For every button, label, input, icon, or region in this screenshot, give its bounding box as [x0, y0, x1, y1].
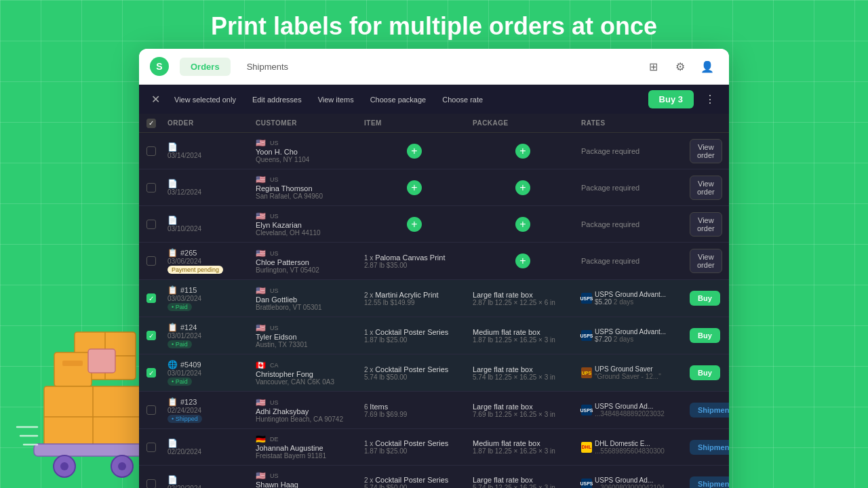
row-checkbox[interactable]	[146, 220, 156, 229]
table-row: 📄 02/20/2024 🇩🇪 DE Johannah Augustine Fr…	[139, 429, 729, 466]
buy-button[interactable]: Buy 3	[648, 90, 694, 108]
row-more-icon[interactable]: ⋮	[723, 367, 729, 379]
package-dims: 5.74 lb 12.25 × 16.25 × 3 in	[473, 373, 573, 381]
buy-action-button[interactable]: Buy	[690, 328, 720, 343]
buy-action-button[interactable]: Buy	[690, 365, 720, 380]
add-item-icon[interactable]: +	[407, 217, 422, 232]
customer-location: Huntington Beach, CA 90742	[256, 415, 356, 423]
row-checkbox[interactable]	[146, 405, 156, 415]
col-customer: CUSTOMER	[252, 118, 360, 128]
row-more-icon[interactable]: ⋮	[725, 218, 729, 230]
view-order-button[interactable]: View order	[690, 139, 722, 163]
shipment-action-button[interactable]: Shipment	[690, 440, 729, 455]
tab-orders[interactable]: Orders	[180, 58, 231, 76]
rate-carrier: USPS USPS Ground Advant... $7.20 2 days	[581, 328, 682, 343]
view-order-button[interactable]: View order	[690, 249, 722, 273]
add-package-icon[interactable]: +	[515, 180, 530, 195]
table-row: 📋 #123 02/24/2024 • Shipped 🇺🇸 US Adhi Z…	[139, 392, 729, 429]
payment-pending-badge: Payment pending	[167, 266, 223, 274]
package-name: Large flat rate box	[473, 365, 573, 373]
package-dims: 7.69 lb 12.25 × 16.25 × 3 in	[473, 411, 573, 418]
rate-carrier: DHL DHL Domestic E... ...556898956048303…	[581, 440, 682, 455]
order-icon: 🌐	[167, 360, 178, 369]
package-name: Large flat rate box	[473, 291, 573, 299]
add-package-icon[interactable]: +	[515, 217, 530, 232]
row-more-icon[interactable]: ⋮	[725, 182, 729, 193]
paid-badge: • Paid	[167, 340, 192, 348]
row-checkbox[interactable]	[146, 146, 156, 156]
row-checkbox[interactable]	[146, 256, 156, 266]
customer-name: Elyn Kazarian	[256, 221, 356, 229]
customer-name: Adhi Zhaksybay	[256, 407, 356, 415]
shipment-action-button[interactable]: Shipment	[690, 403, 729, 418]
customer-location: Freistaat Bayern 91181	[256, 452, 356, 460]
view-selected-label: View selected only	[169, 93, 241, 106]
svg-rect-5	[88, 349, 115, 373]
country-code: US	[270, 325, 279, 331]
table-row: 📄 03/10/2024 🇺🇸 US Elyn Kazarian Clevela…	[139, 206, 729, 243]
top-nav: S Orders Shipments ⊞ ⚙ 👤	[139, 49, 729, 85]
customer-name: Shawn Haag	[256, 481, 356, 488]
col-actions	[686, 118, 729, 128]
table-row: ✓ 📋 #124 03/01/2024 • Paid 🇺🇸 US Tyler E…	[139, 317, 729, 354]
row-more-icon[interactable]: ⋮	[723, 293, 729, 304]
row-checkbox[interactable]: ✓	[146, 293, 156, 303]
row-checkbox[interactable]: ✓	[146, 368, 156, 378]
table-row: 📄 03/12/2024 🇺🇸 US Regina Thomson San Ra…	[139, 169, 729, 206]
settings-icon[interactable]: ⚙	[669, 56, 691, 77]
row-checkbox[interactable]: ✓	[146, 331, 156, 340]
flag-icon: 🇺🇸	[256, 398, 266, 407]
rate-name: USPS Ground Advant...	[595, 291, 666, 298]
add-package-icon[interactable]: +	[515, 144, 530, 159]
package-dims: 5.74 lb 12.25 × 16.25 × 3 in	[473, 484, 573, 488]
order-icon: 📋	[167, 248, 178, 258]
add-package-icon[interactable]: +	[515, 253, 530, 268]
dhl-logo: DHL	[581, 442, 592, 453]
rate-tracking: ...34848488892023032	[595, 410, 665, 418]
order-number: #5409	[180, 361, 201, 369]
shipped-badge: • Shipped	[167, 415, 202, 423]
shipment-action-button[interactable]: Shipment	[690, 476, 729, 489]
select-all-checkbox[interactable]: ✓	[146, 119, 156, 128]
view-items-label: View items	[313, 93, 359, 106]
paid-badge: • Paid	[167, 378, 192, 386]
order-icon: 📄	[167, 216, 248, 225]
app-container: S Orders Shipments ⊞ ⚙ 👤 ✕ View selected…	[139, 49, 729, 488]
table-row: 📋 #265 03/06/2024 Payment pending 🇺🇸 US …	[139, 243, 729, 280]
customer-name: Chloe Patterson	[256, 258, 356, 266]
order-date: 03/01/2024	[167, 369, 248, 377]
ups-logo: UPS	[581, 367, 592, 378]
item-detail: 1 x Paloma Canvas Print 2.87 lb $35.00	[364, 253, 465, 269]
row-checkbox[interactable]	[146, 443, 156, 452]
svg-point-12	[60, 462, 68, 470]
country-code: US	[270, 213, 279, 220]
row-more-icon[interactable]: ⋮	[723, 330, 729, 342]
tab-shipments[interactable]: Shipments	[236, 58, 299, 76]
order-date: 03/12/2024	[167, 188, 248, 196]
view-order-button[interactable]: View order	[690, 176, 722, 200]
row-more-icon[interactable]: ⋮	[725, 256, 729, 267]
customer-location: Austin, TX 73301	[256, 341, 356, 348]
toolbar-more-icon[interactable]: ⋮	[699, 90, 721, 108]
order-icon: 📄	[167, 179, 248, 188]
table-row: 📄 03/14/2024 🇺🇸 US Yoon H. Cho Queens, N…	[139, 133, 729, 169]
usps-logo: USPS	[581, 479, 592, 489]
row-checkbox[interactable]	[146, 479, 156, 489]
close-icon[interactable]: ✕	[147, 92, 163, 108]
row-checkbox[interactable]	[146, 183, 156, 192]
package-required-label: Package required	[581, 147, 639, 155]
flag-icon: 🇺🇸	[256, 138, 266, 148]
customer-location: Burlington, VT 05402	[256, 266, 356, 274]
rate-carrier: USPS USPS Ground Ad... ...30600803000042…	[581, 476, 682, 489]
buy-action-button[interactable]: Buy	[690, 291, 720, 306]
add-item-icon[interactable]: +	[407, 180, 422, 195]
package-name: Large flat rate box	[473, 403, 573, 411]
order-icon: 📄	[167, 475, 248, 485]
user-icon[interactable]: 👤	[696, 56, 718, 77]
row-more-icon[interactable]: ⋮	[725, 145, 729, 157]
grid-icon[interactable]: ⊞	[642, 56, 664, 77]
view-order-button[interactable]: View order	[690, 212, 722, 237]
rate-carrier: UPS UPS Ground Saver "Ground Saver - 12.…	[581, 365, 682, 380]
add-item-icon[interactable]: +	[407, 144, 422, 159]
customer-name: Tyler Eidson	[256, 333, 356, 341]
